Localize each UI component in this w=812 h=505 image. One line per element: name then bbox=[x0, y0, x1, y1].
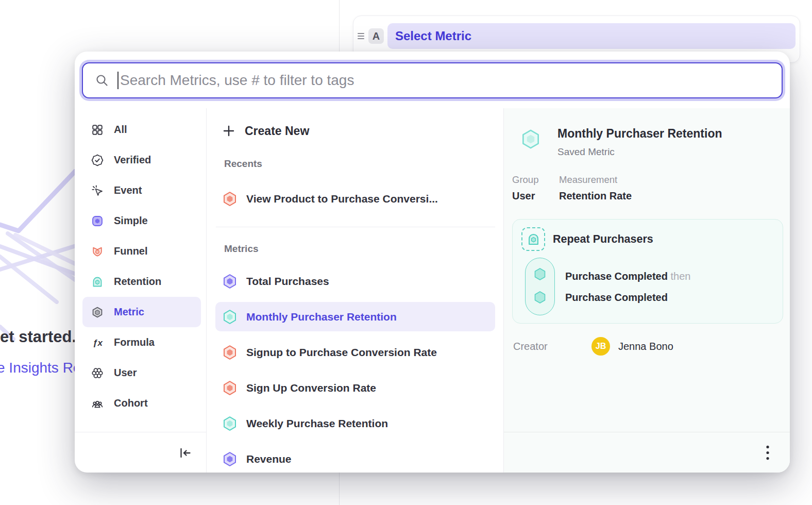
sidebar-item-retention[interactable]: Retention bbox=[82, 266, 201, 297]
group-label: Group bbox=[512, 174, 559, 186]
plus-icon bbox=[222, 124, 235, 138]
sidebar-item-funnel[interactable]: Funnel bbox=[82, 236, 201, 266]
drag-handle-icon[interactable] bbox=[358, 33, 366, 39]
retention-behavior-icon bbox=[521, 227, 545, 251]
cursor-spark-icon bbox=[91, 184, 104, 197]
sidebar-item-metric[interactable]: Metric bbox=[82, 297, 201, 327]
formula-icon: ƒx bbox=[91, 336, 104, 349]
grid-icon bbox=[91, 124, 104, 136]
detail-title: Monthly Purchaser Retention bbox=[557, 127, 722, 141]
query-row-badge: A bbox=[368, 28, 384, 44]
metric-list-column: Create New Recents View Product to Purch… bbox=[206, 108, 504, 473]
sidebar-item-user[interactable]: User bbox=[82, 358, 201, 388]
metric-list-item[interactable]: Weekly Purchase Retention bbox=[207, 409, 503, 442]
purple-hexagon-icon bbox=[222, 274, 238, 289]
metric-list-item[interactable]: Total Purchases bbox=[207, 266, 503, 300]
group-value: User bbox=[512, 190, 559, 202]
verified-badge-icon bbox=[91, 154, 104, 166]
metric-list-item[interactable]: Signup to Purchase Conversion Rate bbox=[207, 338, 503, 371]
behavior-title: Repeat Purchasers bbox=[553, 233, 653, 246]
behavior-step-1: Purchase Completed then bbox=[565, 271, 690, 282]
recent-metric-item[interactable]: View Product to Purchase Conversi... bbox=[207, 186, 503, 212]
metric-hexagon-icon bbox=[91, 306, 104, 318]
list-divider bbox=[216, 227, 495, 227]
teal-hexagon-icon bbox=[222, 416, 238, 431]
text-caret bbox=[117, 72, 119, 89]
measurement-label: Measurement bbox=[559, 174, 632, 186]
sidebar-item-all[interactable]: All bbox=[82, 114, 201, 145]
cohort-icon bbox=[91, 397, 104, 410]
create-new-button[interactable]: Create New bbox=[207, 108, 503, 144]
measurement-value: Retention Rate bbox=[559, 190, 632, 202]
metric-detail-panel: Monthly Purchaser Retention Saved Metric… bbox=[504, 108, 790, 473]
svg-text:ƒx: ƒx bbox=[93, 338, 103, 348]
sidebar-item-cohort[interactable]: Cohort bbox=[82, 388, 201, 418]
event-sequence-capsule bbox=[525, 258, 555, 315]
search-field[interactable] bbox=[82, 62, 783, 98]
behavior-step-2: Purchase Completed bbox=[565, 292, 668, 304]
creator-name: Jenna Bono bbox=[618, 341, 673, 352]
more-options-icon[interactable] bbox=[766, 445, 769, 460]
sidebar-item-verified[interactable]: Verified bbox=[82, 145, 201, 175]
detail-footer bbox=[504, 432, 790, 473]
creator-avatar: JB bbox=[591, 337, 610, 356]
teal-hexagon-icon bbox=[222, 309, 238, 325]
then-connector: then bbox=[671, 271, 691, 282]
filter-sidebar: All Verified bbox=[75, 108, 206, 473]
search-input[interactable] bbox=[120, 72, 782, 89]
select-metric-pill[interactable]: Select Metric bbox=[387, 23, 796, 49]
detail-meta: Group Measurement User Retention Rate bbox=[512, 174, 632, 202]
purple-hexagon-icon bbox=[222, 451, 238, 467]
background-heading-fragment: et started. bbox=[0, 328, 76, 346]
coral-hexagon-icon bbox=[222, 191, 238, 207]
metric-picker-modal: All Verified bbox=[75, 52, 790, 473]
sidebar-footer bbox=[75, 432, 206, 473]
creator-row: Creator JB Jenna Bono bbox=[513, 337, 673, 356]
select-metric-label: Select Metric bbox=[395, 29, 471, 43]
metric-list-item[interactable]: Sign Up Conversion Rate bbox=[207, 373, 503, 407]
metrics-heading: Metrics bbox=[224, 243, 503, 256]
detail-subtitle: Saved Metric bbox=[557, 146, 615, 158]
collapse-sidebar-icon[interactable] bbox=[178, 446, 193, 460]
repeat-purchasers-card: Repeat Purchasers Purchase Completed the… bbox=[512, 219, 783, 324]
user-cluster-icon bbox=[91, 367, 104, 379]
sidebar-item-event[interactable]: Event bbox=[82, 175, 201, 206]
coral-hexagon-icon bbox=[222, 380, 238, 396]
event-hexagon-icon bbox=[533, 290, 547, 305]
metric-list-item-selected[interactable]: Monthly Purchaser Retention bbox=[207, 302, 503, 335]
sidebar-item-formula[interactable]: ƒx Formula bbox=[82, 327, 201, 358]
retention-arch-icon bbox=[91, 276, 104, 288]
saved-metric-hexagon-icon bbox=[520, 129, 541, 149]
sidebar-item-simple[interactable]: Simple bbox=[82, 206, 201, 236]
background-chart-illustration bbox=[0, 169, 77, 347]
metric-list-item[interactable]: Revenue bbox=[207, 444, 503, 473]
funnel-icon bbox=[91, 245, 104, 258]
background-insights-link-fragment[interactable]: e Insights Re bbox=[0, 360, 81, 376]
recents-heading: Recents bbox=[224, 158, 503, 171]
event-hexagon-icon bbox=[533, 267, 547, 281]
search-icon bbox=[95, 74, 109, 88]
simple-icon bbox=[91, 215, 104, 227]
coral-hexagon-icon bbox=[222, 345, 238, 360]
creator-label: Creator bbox=[513, 341, 591, 352]
